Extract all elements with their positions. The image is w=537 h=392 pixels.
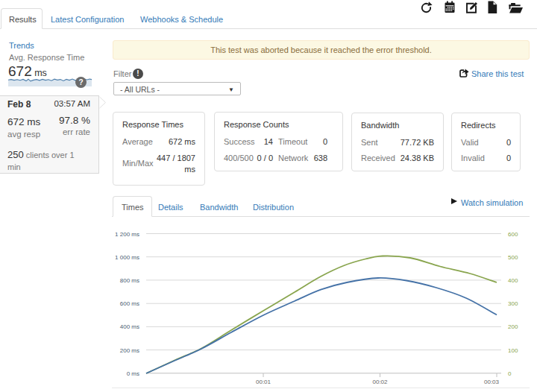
svg-text:200: 200: [508, 323, 518, 330]
svg-text:600: 600: [508, 231, 518, 238]
svg-text:00:01: 00:01: [256, 379, 271, 385]
svg-text:0 ms: 0 ms: [127, 370, 139, 377]
svg-text:800 ms: 800 ms: [120, 277, 139, 284]
svg-text:300: 300: [508, 300, 518, 307]
svg-text:0: 0: [508, 370, 512, 377]
svg-text:500: 500: [508, 254, 518, 261]
svg-text:600 ms: 600 ms: [120, 300, 139, 307]
svg-text:00:03: 00:03: [484, 379, 500, 385]
svg-text:1 000 ms: 1 000 ms: [115, 254, 139, 261]
svg-text:1 200 ms: 1 200 ms: [115, 231, 139, 238]
svg-text:200 ms: 200 ms: [120, 347, 139, 354]
svg-text:00:02: 00:02: [372, 379, 388, 385]
svg-text:400 ms: 400 ms: [120, 323, 139, 330]
svg-text:400: 400: [508, 277, 518, 284]
svg-text:100: 100: [508, 347, 518, 354]
